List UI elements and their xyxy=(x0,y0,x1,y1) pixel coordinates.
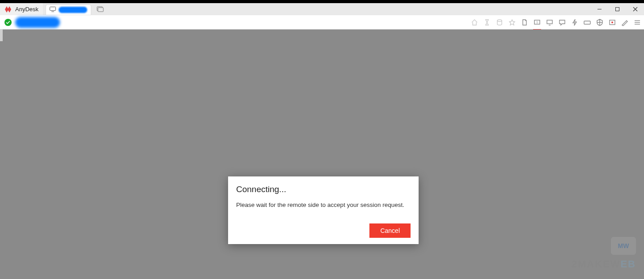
permissions-icon[interactable] xyxy=(596,18,604,26)
svg-rect-0 xyxy=(50,7,56,11)
app-title: AnyDesk xyxy=(15,6,38,13)
file-icon[interactable] xyxy=(521,18,529,26)
keyboard-icon[interactable] xyxy=(583,18,591,26)
svg-rect-3 xyxy=(98,8,103,12)
main-tab[interactable]: AnyDesk xyxy=(0,3,43,15)
scroll-handle[interactable] xyxy=(0,30,3,41)
session-tab[interactable] xyxy=(46,4,91,15)
dialog-title: Connecting... xyxy=(236,185,411,194)
record-icon[interactable] xyxy=(608,18,616,26)
display-icon[interactable] xyxy=(546,18,554,26)
minimize-button[interactable] xyxy=(590,3,608,15)
dialog-message: Please wait for the remote side to accep… xyxy=(236,202,411,208)
remote-viewport: Connecting... Please wait for the remote… xyxy=(0,30,644,279)
hamburger-menu-icon[interactable] xyxy=(633,18,641,26)
disk-icon[interactable] xyxy=(496,18,504,26)
anydesk-logo-icon xyxy=(4,5,13,13)
close-button[interactable] xyxy=(626,3,644,15)
lightning-icon[interactable] xyxy=(571,18,579,26)
svg-point-8 xyxy=(497,20,502,21)
home-icon[interactable] xyxy=(470,18,479,26)
new-tab-button[interactable] xyxy=(96,5,105,14)
maximize-button[interactable] xyxy=(608,3,626,15)
star-icon[interactable] xyxy=(508,18,516,26)
svg-rect-5 xyxy=(615,8,619,11)
svg-rect-11 xyxy=(547,20,552,24)
toolbar: 1 xyxy=(0,15,644,30)
window-top-border xyxy=(0,0,644,3)
connecting-dialog: Connecting... Please wait for the remote… xyxy=(228,176,419,244)
hourglass-icon[interactable] xyxy=(483,18,491,26)
toolbar-actions: 1 xyxy=(470,15,641,30)
screen1-icon[interactable]: 1 xyxy=(533,18,541,26)
chat-icon[interactable] xyxy=(558,18,566,26)
svg-point-18 xyxy=(611,21,613,23)
session-id-redacted xyxy=(59,7,87,13)
titlebar: AnyDesk xyxy=(0,3,644,15)
whiteboard-icon[interactable] xyxy=(621,18,629,26)
status-check-icon xyxy=(4,19,12,26)
svg-rect-13 xyxy=(584,21,590,24)
svg-text:1: 1 xyxy=(536,21,538,24)
window-controls xyxy=(590,3,644,15)
monitor-icon xyxy=(50,6,56,14)
watermark: MW 2MAKEWEB xyxy=(572,237,636,270)
watermark-badge: MW xyxy=(611,237,636,255)
cancel-button[interactable]: Cancel xyxy=(369,223,411,238)
remote-address-redacted xyxy=(15,17,60,28)
